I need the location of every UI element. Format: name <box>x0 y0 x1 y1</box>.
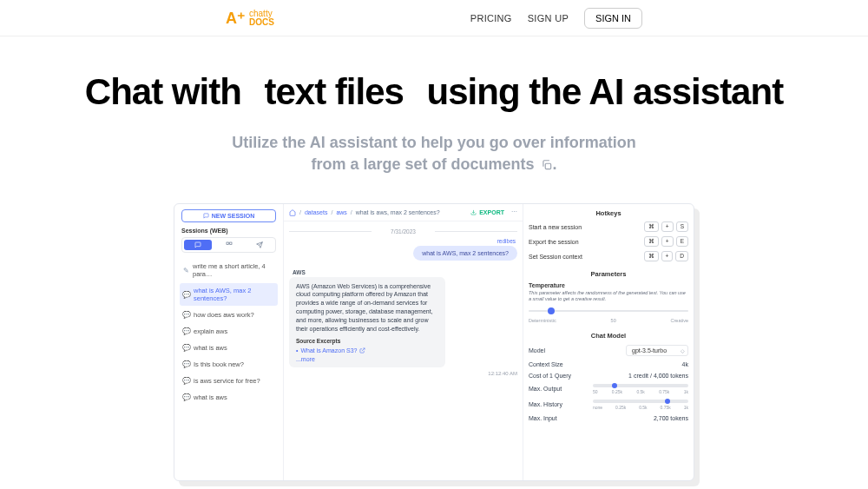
maxhist-slider[interactable] <box>593 400 688 403</box>
maxhist-label: Max. History <box>529 401 562 407</box>
model-label: Model <box>529 347 545 354</box>
session-item[interactable]: 💬what is aws <box>180 340 278 355</box>
chat-icon: 💬 <box>183 291 190 298</box>
ctx-label: Context Size <box>529 361 563 367</box>
svg-rect-1 <box>227 242 228 244</box>
source-link[interactable]: •What is Amazon S3? <box>296 347 438 354</box>
seg-send[interactable] <box>246 240 273 250</box>
chat-icon: 💬 <box>183 345 190 352</box>
ai-label: AWS <box>293 269 517 275</box>
seg-chat[interactable] <box>184 240 212 250</box>
chat-user-label: redibes <box>289 238 516 244</box>
model-select[interactable]: gpt-3.5-turbo <box>626 345 688 356</box>
hotkeys-title: Hotkeys <box>529 209 688 217</box>
maxin-value: 2,700 tokens <box>654 415 688 421</box>
temperature-slider[interactable] <box>529 306 688 316</box>
seg-mid[interactable] <box>215 240 243 250</box>
session-item[interactable]: 💬is aws service for free? <box>180 373 278 388</box>
signin-button[interactable]: SIGN IN <box>584 8 642 29</box>
hotkey-row: Set Session context ⌘+D <box>529 251 688 261</box>
copy-icon <box>541 154 553 175</box>
chat-icon: 💬 <box>183 394 190 401</box>
breadcrumb: / datasets / aws / what is aws, max 2 se… <box>284 204 523 221</box>
temperature-desc: This parameter affects the randomness of… <box>529 290 688 301</box>
logo-docs: DOCS <box>249 18 274 27</box>
hotkey-row: Export the session ⌘+E <box>529 236 688 247</box>
ai-message: AWS (Amazon Web Services) is a comprehen… <box>289 277 445 368</box>
app-preview: NEW SESSION Sessions (WEB) ✎write me a s… <box>174 203 694 481</box>
chat-date: 7/31/2023 <box>289 228 517 235</box>
hero-sub-2: from a large set of documents <box>311 155 534 173</box>
maxout-slider[interactable] <box>593 384 688 387</box>
svg-rect-0 <box>545 164 550 169</box>
crumb-current: what is aws, max 2 sentences? <box>356 209 440 215</box>
crumb-aws[interactable]: aws <box>336 209 346 215</box>
chat-icon: 💬 <box>183 328 190 335</box>
new-session-button[interactable]: NEW SESSION <box>181 209 276 222</box>
cost-value: 1 credit / 4,000 tokens <box>628 373 688 379</box>
cost-label: Cost of 1 Query <box>529 373 571 379</box>
chat-icon: 💬 <box>183 361 190 368</box>
home-icon[interactable] <box>289 208 296 215</box>
more-link[interactable]: ...more <box>296 356 438 362</box>
session-item[interactable]: 💬how does aws work? <box>180 307 278 322</box>
session-item[interactable]: 💬what is aws <box>180 390 278 405</box>
session-item[interactable]: 💬Is this book new? <box>180 357 278 372</box>
nav-pricing[interactable]: PRICING <box>470 13 512 23</box>
hero-sub-1: Utilize the AI assistant to help you go … <box>0 132 868 154</box>
ctx-value: 4k <box>682 361 688 367</box>
export-button[interactable]: EXPORT <box>470 209 504 215</box>
session-item[interactable]: ✎write me a short article, 4 para… <box>180 259 278 281</box>
sources-header: Source Excerpts <box>296 338 438 344</box>
hero-heading: Chat with text files using the AI assist… <box>0 71 868 113</box>
session-item[interactable]: 💬explain aws <box>180 324 278 339</box>
session-item[interactable]: 💬what is AWS, max 2 sentences? <box>180 283 278 306</box>
params-title: Parameters <box>529 270 688 278</box>
maxout-label: Max. Output <box>529 386 562 392</box>
hotkey-row: Start a new session ⌘+S <box>529 221 688 232</box>
nav-signup[interactable]: SIGN UP <box>528 13 569 23</box>
logo[interactable]: A⁺ chatty DOCS <box>226 9 274 28</box>
svg-rect-2 <box>229 242 231 244</box>
chat-icon: ✎ <box>183 267 189 274</box>
maxin-label: Max. Input <box>529 415 557 421</box>
chat-icon: 💬 <box>183 378 190 385</box>
timestamp: 12:12:40 AM <box>289 371 517 376</box>
hero-mid: text files <box>251 71 418 113</box>
more-icon[interactable]: ⋯ <box>511 208 517 215</box>
session-list: ✎write me a short article, 4 para… 💬what… <box>178 258 279 406</box>
chat-icon: 💬 <box>183 312 190 319</box>
logo-icon: A⁺ <box>226 9 246 28</box>
sessions-heading: Sessions (WEB) <box>181 228 276 234</box>
user-message: what is AWS, max 2 sentences? <box>413 246 517 261</box>
temperature-label: Temperature <box>529 282 688 288</box>
logo-chatty: chatty <box>249 10 274 18</box>
view-segmented[interactable] <box>181 237 276 253</box>
chatmodel-title: Chat Model <box>529 332 688 340</box>
crumb-datasets[interactable]: datasets <box>305 209 327 215</box>
